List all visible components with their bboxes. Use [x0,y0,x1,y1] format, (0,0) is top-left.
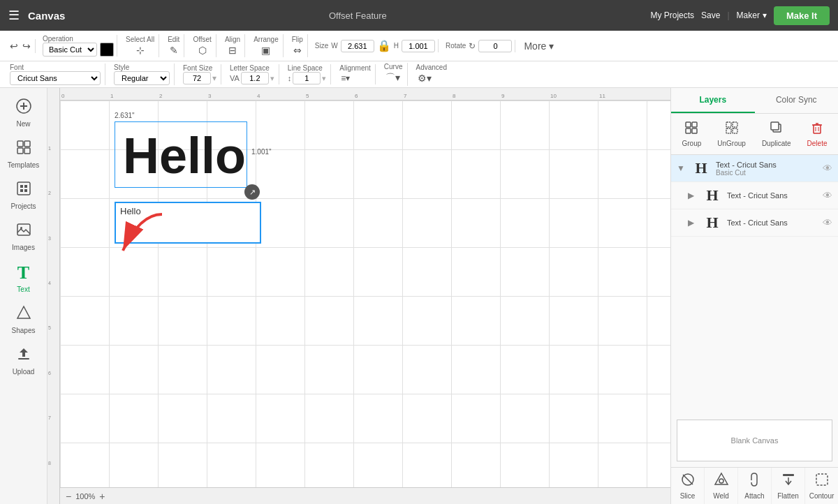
topbar: ☰ Canvas Offset Feature My Projects Save… [0,0,838,31]
action-delete[interactable]: Delete [803,118,832,150]
ungroup-icon [725,121,739,138]
size-label: Size [315,42,328,50]
layer-item[interactable]: ▶ H Text - Cricut Sans 👁 [671,209,838,237]
my-projects-button[interactable]: My Projects [650,10,694,20]
slice-icon [680,472,696,491]
alignment-button[interactable]: ≡▾ [339,72,351,84]
font-size-input[interactable] [183,72,211,84]
select-all-button[interactable]: Select All ⊹ [124,34,156,57]
svg-rect-18 [692,122,697,127]
panel-actions: Group UnGroup Duplicate Delete [671,114,838,155]
height-input[interactable] [402,40,435,52]
letter-space-input[interactable] [241,72,269,84]
letter-space-label: Letter Space [230,64,274,72]
tool-slice[interactable]: Slice [671,468,705,504]
save-button[interactable]: Save [701,10,720,20]
make-it-button[interactable]: Make It [774,6,830,25]
svg-line-33 [683,475,693,484]
duplicate-label: Duplicate [762,140,791,147]
rotate-input[interactable] [478,40,512,52]
flip-button[interactable]: Flip ⇔ [291,34,304,57]
edit-group: Edit ✎ [163,34,184,57]
operation-select[interactable]: Basic Cut [43,43,97,57]
duplicate-icon [770,121,784,138]
align-button[interactable]: Align ⊟ [223,34,242,57]
layer-text-icon: H [691,159,712,177]
font-select[interactable]: Cricut Sans [10,71,101,85]
curve-button[interactable]: ⌒▾ [384,71,402,86]
layer-expand-icon[interactable]: ▶ [688,191,698,200]
new-icon [15,98,32,118]
edit-button[interactable]: Edit ✎ [166,34,181,57]
tool-contour[interactable]: Contour [805,468,838,504]
width-label: W [331,42,337,50]
zoom-in-button[interactable]: + [99,491,105,502]
offset-button[interactable]: Offset ⬡ [191,34,213,57]
blank-canvas-label: Blank Canvas [731,436,779,445]
sidebar-item-projects[interactable]: Projects [3,176,45,214]
selection-box[interactable] [115,121,247,188]
sidebar-item-templates[interactable]: Templates [3,135,45,173]
center-title: Offset Feature [73,10,642,21]
layer-text-icon: H [702,214,723,232]
projects-icon [15,180,32,200]
lock-icon[interactable]: 🔒 [377,39,391,52]
flatten-icon [781,472,796,491]
more-button[interactable]: More ▾ [522,39,555,53]
select-all-group: Select All ⊹ [122,34,159,57]
layer-name: Text - Cricut Sans [727,191,818,200]
layer-item[interactable]: ▶ H Text - Cricut Sans 👁 [671,182,838,209]
layer-visibility-icon[interactable]: 👁 [823,163,832,174]
operation-label: Operation [43,35,114,43]
slice-label: Slice [680,492,696,500]
size-group: Size W 🔒 H [312,39,439,52]
layer-expand-icon[interactable]: ▼ [677,163,686,173]
sidebar-item-new[interactable]: New [3,94,45,132]
panel-tabs: Layers Color Sync [671,88,838,114]
style-select[interactable]: Regular [114,71,170,85]
action-group[interactable]: Group [678,118,706,150]
tool-attach[interactable]: Attach [738,468,772,504]
canvas-bottom-bar: − 100% + [60,487,670,504]
svg-rect-27 [814,125,821,133]
action-duplicate[interactable]: Duplicate [758,118,795,150]
zoom-out-button[interactable]: − [66,491,71,502]
arrange-button[interactable]: Arrange ▣ [252,34,280,57]
layer-visibility-icon[interactable]: 👁 [823,190,832,201]
maker-button[interactable]: Maker ▾ [737,10,767,20]
tab-color-sync[interactable]: Color Sync [755,88,839,113]
tool-weld[interactable]: Weld [705,468,738,504]
font-label: Font [10,64,101,71]
weld-label: Weld [713,492,729,500]
sidebar-item-shapes[interactable]: Shapes [3,300,45,339]
tool-flatten[interactable]: Flatten [772,468,805,504]
line-space-input[interactable] [293,72,321,84]
svg-rect-20 [692,128,697,133]
tab-layers[interactable]: Layers [671,88,755,113]
undo-button[interactable]: ↩ [8,39,20,53]
sidebar-item-upload[interactable]: Upload [3,341,45,380]
action-ungroup[interactable]: UnGroup [713,118,750,150]
layer-item[interactable]: ▼ H Text - Cricut Sans Basic Cut 👁 [671,155,838,182]
color-box[interactable] [100,43,114,57]
line-space-label: Line Space [288,64,327,72]
redo-button[interactable]: ↪ [21,39,32,53]
sidebar-item-text[interactable]: T Text [3,258,45,297]
sidebar-item-images[interactable]: Images [3,217,45,255]
width-input[interactable] [341,40,374,52]
canvas-content[interactable]: 2.631" Hello 1.001" ↗ Hello [60,101,670,487]
layer-visibility-icon[interactable]: 👁 [823,217,832,228]
svg-rect-24 [733,128,737,133]
app-title: Canvas [28,10,65,22]
advanced-button[interactable]: ⚙▾ [416,71,433,85]
attach-label: Attach [744,492,764,500]
menu-icon[interactable]: ☰ [8,8,20,23]
layer-expand-icon[interactable]: ▶ [688,218,698,228]
resize-handle[interactable]: ↗ [244,184,260,200]
canvas-area[interactable]: 0 1 2 3 4 5 6 7 8 9 10 11 1 2 3 4 5 6 [47,88,670,504]
ruler-top: 0 1 2 3 4 5 6 7 8 9 10 11 [47,88,670,101]
toolbar: ↩ ↪ Operation Basic Cut Select All ⊹ Edi… [0,31,838,61]
line-space-group: Line Space ↕ ▾ [284,64,332,84]
svg-rect-12 [17,224,30,235]
text-input-box[interactable]: Hello [115,202,261,244]
